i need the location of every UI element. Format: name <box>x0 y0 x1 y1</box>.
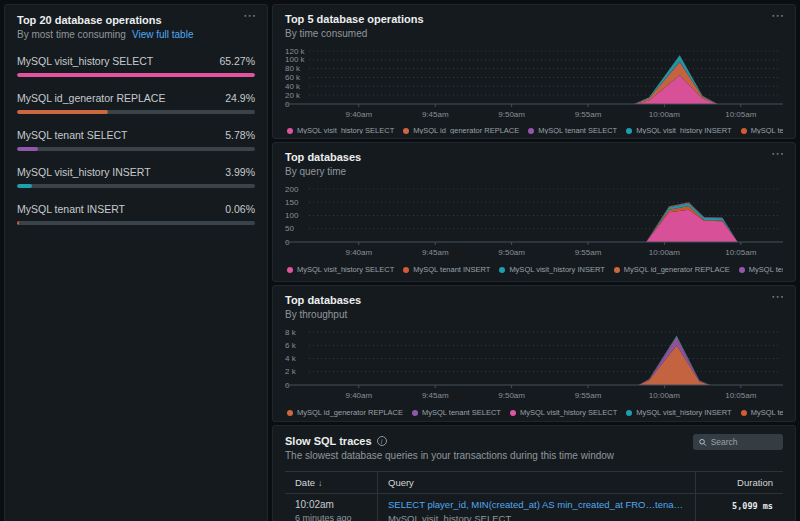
y-axis-label: 120 k <box>285 47 306 56</box>
legend-dot <box>403 128 409 134</box>
operation-percent: 5.78% <box>225 129 255 141</box>
table-row[interactable]: 10:02am 6 minutes ago SELECT player_id, … <box>285 494 783 521</box>
x-axis-label: 9:45am <box>422 391 449 400</box>
operation-row[interactable]: MySQL tenant SELECT 5.78% <box>17 129 255 151</box>
chart-subtitle: By query time <box>285 166 783 177</box>
panel-subtitle: By most time consumingView full table <box>17 29 255 40</box>
bar-track <box>17 110 255 114</box>
legend-item[interactable]: MySQL visit_history INSERT <box>626 127 731 134</box>
operation-row[interactable]: MySQL visit_history SELECT 65.27% <box>17 55 255 77</box>
chart-subtitle: By time consumed <box>285 28 783 39</box>
legend-item[interactable]: MySQL visit_history INSERT <box>626 408 731 417</box>
legend-dot <box>739 267 745 273</box>
x-axis-label: 9:40am <box>345 391 372 400</box>
panel-title: Top 20 database operations <box>17 14 255 26</box>
bar-track <box>17 147 255 151</box>
cell-duration: 5,099 ms <box>695 494 783 521</box>
legend-item[interactable]: MySQL tenant INSERT <box>741 127 783 134</box>
area-series[interactable] <box>313 337 779 385</box>
y-axis-label: 2 k <box>285 367 297 376</box>
y-axis-label: 60 k <box>285 73 301 82</box>
x-axis-label: 9:50am <box>498 391 525 400</box>
chart-canvas[interactable]: 02 k4 k6 k8 k9:40am9:45am9:50am9:55am10:… <box>285 327 783 401</box>
header-date[interactable]: Date↓ <box>285 472 377 493</box>
legend-item[interactable]: MySQL tenant INSERT <box>741 408 783 417</box>
operation-row[interactable]: MySQL visit_history INSERT 3.99% <box>17 166 255 188</box>
search-input[interactable] <box>711 437 777 447</box>
area-series[interactable] <box>313 55 779 104</box>
panel-menu-icon[interactable]: ⋯ <box>243 11 257 21</box>
legend-dot <box>499 267 505 273</box>
legend-dot <box>741 410 747 416</box>
legend-label: MySQL tenant INSERT <box>751 127 783 134</box>
legend-dot <box>741 128 747 134</box>
legend-item[interactable]: MySQL tenant SELECT <box>528 127 617 134</box>
x-axis-label: 10:00am <box>649 391 680 400</box>
legend-item[interactable]: MySQL visit_history SELECT <box>287 265 394 274</box>
area-series[interactable] <box>313 339 779 385</box>
legend-item[interactable]: MySQL id_generator REPLACE <box>403 127 519 134</box>
right-column: ⋯ Top 5 database operations By time cons… <box>272 4 796 521</box>
header-date-label: Date <box>295 477 315 488</box>
legend-dot <box>412 410 418 416</box>
legend-dot <box>626 410 632 416</box>
area-series[interactable] <box>313 210 779 242</box>
chart-title: Top 5 database operations <box>285 13 783 25</box>
panel-menu-icon[interactable]: ⋯ <box>771 11 785 21</box>
x-axis-label: 9:50am <box>498 248 525 257</box>
operation-label: MySQL tenant INSERT <box>17 203 125 215</box>
bar-fill <box>17 184 32 188</box>
legend-item[interactable]: MySQL visit_history SELECT <box>510 408 617 417</box>
legend-item[interactable]: MySQL id_generator REPLACE <box>287 408 403 417</box>
bar-track <box>17 221 255 225</box>
info-icon[interactable]: i <box>377 436 387 446</box>
x-axis-label: 9:45am <box>422 110 449 119</box>
legend-item[interactable]: MySQL id_generator REPLACE <box>614 265 730 274</box>
area-series[interactable] <box>313 336 779 385</box>
legend-label: MySQL id_generator REPLACE <box>413 127 519 134</box>
area-series[interactable] <box>313 61 779 104</box>
query-link[interactable]: SELECT player_id, MIN(created_at) AS min… <box>388 499 685 510</box>
chart-canvas[interactable]: 0501001502009:40am9:45am9:50am9:55am10:0… <box>285 184 783 258</box>
sort-desc-icon: ↓ <box>318 478 323 488</box>
chart-canvas-wrap[interactable]: 02 k4 k6 k8 k9:40am9:45am9:50am9:55am10:… <box>285 327 783 405</box>
legend-label: MySQL tenant INSERT <box>751 408 783 417</box>
legend-label: MySQL visit_history INSERT <box>636 408 731 417</box>
bar-fill <box>17 147 38 151</box>
legend-item[interactable]: MySQL tenant SELECT <box>412 408 501 417</box>
table-header-row: Date↓ Query Duration <box>285 471 783 494</box>
y-axis-label: 100 <box>285 211 299 220</box>
panel-menu-icon[interactable]: ⋯ <box>771 292 785 302</box>
legend-dot <box>614 267 620 273</box>
legend-label: MySQL visit_history INSERT <box>509 265 604 274</box>
chart-canvas[interactable]: 020 k40 k60 k80 k100 k120 k9:40am9:45am9… <box>285 46 783 120</box>
header-duration[interactable]: Duration <box>695 472 783 493</box>
bar-fill <box>17 73 255 77</box>
operation-row[interactable]: MySQL tenant INSERT 0.06% <box>17 203 255 225</box>
search-box[interactable] <box>693 434 783 450</box>
area-series[interactable] <box>313 345 779 385</box>
legend-item[interactable]: MySQL visit_history SELECT <box>287 127 394 134</box>
panel-menu-icon[interactable]: ⋯ <box>771 149 785 159</box>
legend-item[interactable]: MySQL tenant SELECT <box>739 265 783 274</box>
bar-track <box>17 184 255 188</box>
y-axis-label: 8 k <box>285 328 297 337</box>
legend-item[interactable]: MySQL tenant INSERT <box>403 265 490 274</box>
operation-row[interactable]: MySQL id_generator REPLACE 24.9% <box>17 92 255 114</box>
x-axis-label: 9:55am <box>575 391 602 400</box>
x-axis-label: 9:50am <box>498 110 525 119</box>
slow-sql-title: Slow SQL traces <box>285 435 372 447</box>
legend-dot <box>287 267 293 273</box>
header-query[interactable]: Query <box>377 472 695 493</box>
slow-sql-table: Date↓ Query Duration 10:02am 6 minutes a… <box>285 471 783 521</box>
chart-canvas-wrap[interactable]: 020 k40 k60 k80 k100 k120 k9:40am9:45am9… <box>285 46 783 124</box>
chart-panel-query-time: ⋯ Top databases By query time 0501001502… <box>272 142 796 282</box>
legend-label: MySQL visit_history SELECT <box>297 265 394 274</box>
chart-canvas-wrap[interactable]: 0501001502009:40am9:45am9:50am9:55am10:0… <box>285 184 783 262</box>
chart-legend: MySQL visit_history SELECTMySQL id_gener… <box>285 127 783 134</box>
legend-item[interactable]: MySQL visit_history INSERT <box>499 265 604 274</box>
view-full-table-link[interactable]: View full table <box>132 29 194 40</box>
area-series[interactable] <box>313 335 779 385</box>
operation-label: MySQL visit_history SELECT <box>17 55 153 67</box>
area-series[interactable] <box>313 55 779 104</box>
